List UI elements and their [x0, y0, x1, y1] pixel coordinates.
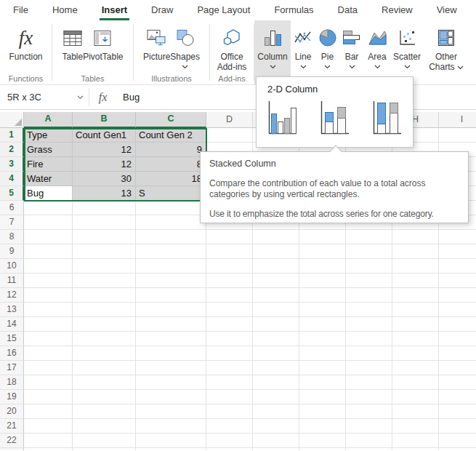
row-header-13[interactable]: 13 — [0, 303, 24, 317]
cell-B17[interactable] — [73, 361, 136, 375]
cell-I21[interactable] — [439, 419, 476, 434]
cell-C23[interactable] — [136, 448, 206, 450]
cell-H11[interactable] — [392, 274, 439, 288]
cell-G8[interactable] — [346, 230, 392, 244]
cell-B11[interactable] — [73, 274, 136, 288]
cell-A8[interactable] — [24, 230, 73, 244]
cell-D16[interactable] — [206, 346, 253, 361]
cell-B9[interactable] — [73, 244, 136, 259]
cell-F23[interactable] — [299, 448, 346, 450]
cell-C12[interactable] — [136, 288, 206, 303]
tab-home[interactable]: Home — [52, 0, 78, 20]
cell-F16[interactable] — [299, 346, 346, 361]
cell-D15[interactable] — [206, 332, 253, 346]
cell-B8[interactable] — [73, 230, 136, 244]
row-header-17[interactable]: 17 — [0, 361, 24, 375]
cell-D10[interactable] — [206, 259, 253, 274]
cell-I17[interactable] — [439, 361, 476, 375]
cell-B13[interactable] — [73, 303, 136, 317]
row-header-14[interactable]: 14 — [0, 317, 24, 332]
cell-B1[interactable]: Count Gen1 — [73, 128, 136, 143]
cell-F14[interactable] — [299, 317, 346, 332]
cell-A10[interactable] — [24, 259, 73, 274]
cell-A4[interactable]: Water — [24, 172, 73, 186]
cell-G9[interactable] — [346, 244, 392, 259]
cell-H23[interactable] — [392, 448, 439, 450]
cell-D19[interactable] — [206, 390, 253, 404]
cell-D22[interactable] — [206, 434, 253, 448]
cell-D21[interactable] — [206, 419, 253, 434]
cell-C6[interactable] — [136, 201, 206, 215]
cell-A2[interactable]: Grass — [24, 143, 73, 157]
cell-G17[interactable] — [346, 361, 392, 375]
cell-I20[interactable] — [439, 404, 476, 419]
cell-G23[interactable] — [346, 448, 392, 450]
cell-F17[interactable] — [299, 361, 346, 375]
cell-G21[interactable] — [346, 419, 392, 434]
tab-formulas[interactable]: Formulas — [274, 0, 313, 20]
cell-G18[interactable] — [346, 375, 392, 390]
column-header-C[interactable]: C — [136, 112, 206, 128]
cell-C18[interactable] — [136, 375, 206, 390]
tab-data[interactable]: Data — [338, 0, 358, 20]
cell-F9[interactable] — [299, 244, 346, 259]
cell-A18[interactable] — [24, 375, 73, 390]
cell-H20[interactable] — [392, 404, 439, 419]
cell-C16[interactable] — [136, 346, 206, 361]
cell-B7[interactable] — [73, 215, 136, 230]
cell-D18[interactable] — [206, 375, 253, 390]
cell-D11[interactable] — [206, 274, 253, 288]
cell-D12[interactable] — [206, 288, 253, 303]
cell-A3[interactable]: Fire — [24, 157, 73, 172]
cell-H16[interactable] — [392, 346, 439, 361]
row-header-3[interactable]: 3 — [0, 157, 24, 172]
cell-C17[interactable] — [136, 361, 206, 375]
chart-type-clustered-column[interactable] — [266, 99, 298, 137]
cell-I22[interactable] — [439, 434, 476, 448]
cell-C19[interactable] — [136, 390, 206, 404]
chart-type-stacked-column[interactable] — [318, 99, 350, 137]
cell-A16[interactable] — [24, 346, 73, 361]
cell-A1[interactable]: Type — [24, 128, 73, 143]
name-box[interactable]: 5R x 3C — [0, 85, 89, 109]
cell-I10[interactable] — [439, 259, 476, 274]
cell-E19[interactable] — [253, 390, 299, 404]
cell-H18[interactable] — [392, 375, 439, 390]
cell-E20[interactable] — [253, 404, 299, 419]
cell-D13[interactable] — [206, 303, 253, 317]
cell-A15[interactable] — [24, 332, 73, 346]
cell-H22[interactable] — [392, 434, 439, 448]
name-box-chevron-icon[interactable] — [77, 95, 84, 100]
cell-B16[interactable] — [73, 346, 136, 361]
cell-H14[interactable] — [392, 317, 439, 332]
line-chart-button[interactable]: Line — [291, 20, 315, 84]
cell-B4[interactable]: 30 — [73, 172, 136, 186]
cell-C2[interactable]: 9 — [136, 143, 206, 157]
row-header-15[interactable]: 15 — [0, 332, 24, 346]
cell-E18[interactable] — [253, 375, 299, 390]
cell-G16[interactable] — [346, 346, 392, 361]
cell-G12[interactable] — [346, 288, 392, 303]
cell-C10[interactable] — [136, 259, 206, 274]
tab-insert[interactable]: Insert — [102, 0, 127, 20]
cell-H13[interactable] — [392, 303, 439, 317]
cell-C22[interactable] — [136, 434, 206, 448]
cell-B2[interactable]: 12 — [73, 143, 136, 157]
cell-C14[interactable] — [136, 317, 206, 332]
cell-A22[interactable] — [24, 434, 73, 448]
row-header-1[interactable]: 1 — [0, 128, 24, 143]
cell-G13[interactable] — [346, 303, 392, 317]
row-header-22[interactable]: 22 — [0, 434, 24, 448]
cell-F19[interactable] — [299, 390, 346, 404]
cell-B5[interactable]: 13 — [73, 186, 136, 201]
cell-I14[interactable] — [439, 317, 476, 332]
column-chart-button[interactable]: Column — [254, 20, 291, 84]
row-header-11[interactable]: 11 — [0, 274, 24, 288]
cell-C11[interactable] — [136, 274, 206, 288]
cell-G11[interactable] — [346, 274, 392, 288]
cell-D20[interactable] — [206, 404, 253, 419]
cell-E21[interactable] — [253, 419, 299, 434]
cell-H17[interactable] — [392, 361, 439, 375]
row-header-16[interactable]: 16 — [0, 346, 24, 361]
cell-E8[interactable] — [253, 230, 299, 244]
